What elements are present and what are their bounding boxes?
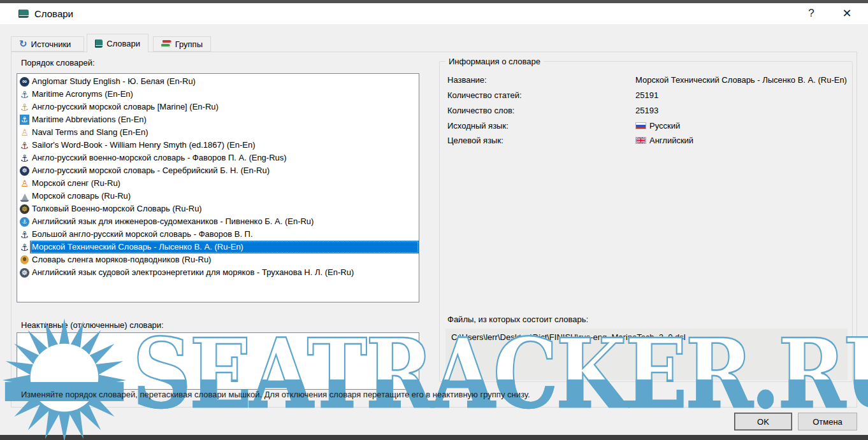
groupbox-title: Информация о словаре	[445, 57, 544, 66]
dictionary-list-item[interactable]: ☸Толковый Военно-морской Словарь (Ru-Ru)	[17, 202, 419, 215]
ship-wheel-slate-icon: ☸	[20, 268, 29, 278]
app-book-icon	[18, 10, 29, 18]
dictionary-title: Толковый Военно-морской Словарь (Ru-Ru)	[30, 202, 419, 215]
tab-label: Группы	[175, 39, 203, 49]
dictionary-title: Sailor's Word-Book - William Henry Smyth…	[30, 139, 419, 152]
articles-label: Количество статей:	[447, 90, 635, 100]
compass-lamp-icon	[20, 255, 29, 264]
target-language-value: Английский	[649, 136, 693, 145]
dictionary-title: Англо-русский военно-морской словарь - Ф…	[30, 152, 419, 164]
dictionary-list-item[interactable]: ♙Naval Terms and Slang (En-En)	[17, 126, 419, 139]
dictionary-title: Англо-русский морской словарь - Серебрий…	[30, 164, 419, 177]
dictionary-order-label: Порядок словарей:	[21, 58, 95, 67]
refresh-icon: ↻	[19, 38, 27, 50]
inactive-dictionaries-label: Неактивные (отключенные) словари:	[21, 320, 164, 330]
dictionary-title: Английский язык судовой электроэнергетик…	[30, 266, 419, 279]
sailor-figure-icon: ♙	[19, 127, 30, 138]
dictionary-list-item[interactable]: ⚓Maritime Acronyms (En-En)	[17, 88, 419, 101]
dictionary-list-item[interactable]: ☸Английский язык судовой электроэнергети…	[17, 266, 419, 279]
help-button[interactable]: ?	[798, 3, 825, 23]
tab-label: Источники	[31, 39, 71, 49]
articles-value: 25191	[635, 90, 658, 100]
dictionary-title: Английский язык для инженеров-судомехани…	[30, 215, 419, 228]
dictionary-title: Морской Технический Словарь - Лысенко В.…	[30, 241, 419, 253]
cancel-button[interactable]: Отмена	[798, 413, 857, 430]
dictionary-title: Словарь сленга моряков-подводников (Ru-R…	[30, 253, 419, 266]
ship-wheel-gold-icon: ☸	[20, 204, 29, 214]
anchor-navy-icon: ⚓	[19, 152, 30, 164]
dictionary-list-item[interactable]: ☸Англо-русский морской словарь - Серебри…	[17, 164, 419, 177]
dictionaries-dialog: { "window": { "title": "Словари", "help"…	[0, 0, 868, 440]
close-button[interactable]: ✕	[834, 3, 860, 23]
file-list[interactable]: C:\Users\lerr\Desktop\Dict\FINISH\rus-en…	[445, 329, 848, 380]
dictionary-list-item[interactable]: ⚓Большой англо-русский морской словарь -…	[17, 228, 419, 241]
rope-emblem-icon: ☸	[20, 166, 29, 176]
dictionary-list-item[interactable]: ⚓Англо-русский морской словарь [Marine] …	[17, 101, 419, 113]
inactive-dictionary-list[interactable]	[17, 332, 419, 390]
info-row-words: Количество слов: 25193	[447, 106, 843, 115]
round-emblem-blue-icon: ⚓	[20, 217, 29, 227]
dictionary-list-item[interactable]: ⚓Maritime Abbreviations (En-En)	[17, 113, 419, 126]
dictionary-list-item[interactable]: ⚓Английский язык для инженеров-судомехан…	[17, 215, 419, 228]
dictionary-list-item[interactable]: ⚓Морской Технический Словарь - Лысенко В…	[17, 241, 419, 253]
name-value: Морской Технический Словарь - Лысенко В.…	[635, 75, 847, 85]
name-label: Название:	[447, 75, 635, 85]
dictionary-title: Большой англо-русский морской словарь - …	[30, 228, 419, 241]
info-row-name: Название: Морской Технический Словарь - …	[447, 75, 843, 85]
info-row-source-language: Исходный язык: Русский	[447, 121, 843, 131]
dictionary-list-item[interactable]: Морской словарь (Ru-Ru)	[17, 190, 419, 202]
anchor-tan-icon: ⚓	[19, 101, 30, 113]
tab-sources[interactable]: ↻ Источники	[11, 36, 84, 52]
words-value: 25193	[635, 106, 658, 115]
files-label: Файлы, из которых состоит словарь:	[447, 315, 588, 324]
info-row-articles: Количество статей: 25191	[447, 90, 843, 100]
dictionary-title: Англо-русский морской словарь [Marine] (…	[30, 101, 419, 113]
tab-pane: Порядок словарей: ∞Anglomar Study Englis…	[11, 52, 857, 408]
dictionary-title: Maritime Abbreviations (En-En)	[30, 113, 419, 126]
dictionary-title: Naval Terms and Slang (En-En)	[30, 126, 419, 139]
dictionary-list[interactable]: ∞Anglomar Study English - Ю. Белая (En-R…	[17, 73, 419, 302]
uk-flag-icon	[635, 137, 646, 144]
words-label: Количество слов:	[447, 106, 635, 115]
anchor-red-icon: ⚓	[19, 139, 30, 151]
ship-icon	[19, 190, 30, 202]
source-language-value: Русский	[649, 121, 680, 131]
dictionary-title: Морской сленг (Ru-Ru)	[30, 177, 419, 190]
window-title: Словари	[34, 8, 73, 19]
ru-flag-icon	[635, 122, 646, 129]
dictionary-title: Maritime Acronyms (En-En)	[30, 88, 419, 101]
tab-dictionaries[interactable]: Словари	[87, 34, 148, 52]
dictionary-title: Anglomar Study English - Ю. Белая (En-Ru…	[30, 75, 419, 88]
titlebar: Словари	[0, 3, 868, 24]
anchor-navy-icon: ⚓	[19, 241, 30, 253]
tab-groups[interactable]: Группы	[153, 36, 211, 52]
hint-status-text: Изменяйте порядок словарей, перетаскивая…	[21, 390, 530, 399]
dictionary-title: Морской словарь (Ru-Ru)	[30, 190, 419, 202]
background-taskbar-edge	[0, 435, 868, 440]
anchor-flag-icon: ⚓	[20, 115, 29, 125]
dictionary-list-item[interactable]: ⚓Англо-русский военно-морской словарь - …	[17, 152, 419, 164]
anchor-hash-icon: ⚓	[19, 229, 30, 240]
target-language-label: Целевой язык:	[447, 136, 635, 145]
tab-label: Словари	[106, 39, 140, 48]
dictionary-list-item[interactable]: ∞Anglomar Study English - Ю. Белая (En-R…	[17, 75, 419, 88]
source-language-label: Исходный язык:	[447, 121, 635, 131]
info-row-target-language: Целевой язык: Английский	[447, 136, 843, 145]
book-icon	[95, 39, 103, 48]
dictionary-list-item[interactable]: Словарь сленга моряков-подводников (Ru-R…	[17, 253, 419, 266]
anchor-blue-icon: ⚓	[19, 89, 30, 100]
books-stack-icon	[161, 39, 171, 48]
sailor-orange-icon: ♙	[19, 178, 30, 189]
chain-link-icon: ∞	[20, 77, 29, 87]
file-path: C:\Users\lerr\Desktop\Dict\FINISH\rus-en…	[451, 332, 686, 342]
ok-button[interactable]: OK	[734, 413, 792, 430]
dictionary-info-groupbox: Информация о словаре Название: Морской Т…	[439, 61, 853, 382]
dictionary-list-item[interactable]: ♙Морской сленг (Ru-Ru)	[17, 177, 419, 190]
dictionary-list-item[interactable]: ⚓Sailor's Word-Book - William Henry Smyt…	[17, 139, 419, 152]
